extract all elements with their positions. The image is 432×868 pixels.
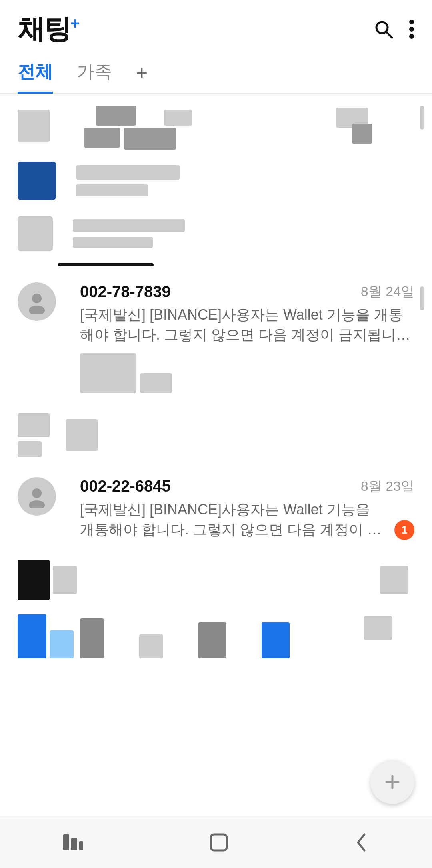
chat-content-spam-2: 002-22-6845 8월 23일 [국제발신] [BINANCE]사용자는 … — [80, 477, 414, 540]
chat-header-spam-2: 002-22-6845 8월 23일 — [80, 477, 414, 496]
tab-family[interactable]: 가족 — [77, 52, 112, 94]
unread-badge: 1 — [394, 520, 414, 540]
more-button[interactable] — [409, 18, 414, 40]
chat-row-redacted-3[interactable] — [0, 405, 432, 465]
svg-rect-11 — [79, 841, 83, 850]
bottom-nav — [0, 816, 432, 868]
nav-home-button[interactable] — [208, 831, 230, 854]
svg-point-6 — [29, 306, 45, 314]
svg-point-4 — [409, 34, 414, 39]
chat-row-redacted-4[interactable] — [0, 552, 432, 608]
header-icons — [373, 18, 414, 40]
chat-image-spam-1 — [80, 353, 414, 393]
redacted-left — [18, 413, 50, 457]
svg-rect-10 — [71, 838, 77, 850]
search-button[interactable] — [373, 18, 394, 40]
scroll-divider — [58, 263, 154, 266]
redacted-avatar-2 — [18, 216, 53, 251]
svg-rect-12 — [211, 834, 227, 850]
chat-row-redacted-2[interactable] — [0, 208, 432, 259]
redacted-right — [66, 419, 98, 451]
redacted-black-group — [18, 560, 77, 600]
fab-button[interactable] — [370, 760, 414, 804]
scroll-indicator-2[interactable] — [420, 286, 424, 310]
avatar-spam-1 — [18, 282, 56, 321]
blue-row-content — [68, 165, 414, 196]
svg-point-2 — [409, 20, 414, 24]
nav-recent-button[interactable] — [61, 832, 85, 852]
chat-preview-spam-1: [국제발신] [BINANCE]사용자는 Wallet 기능을 개통해야 합니다… — [80, 305, 414, 345]
tab-all[interactable]: 전체 — [18, 52, 53, 94]
redacted-content-2 — [73, 219, 185, 248]
redacted-avatar-1 — [18, 110, 50, 142]
colorful-blocks — [18, 614, 290, 658]
svg-point-8 — [29, 500, 45, 508]
app-header: 채팅+ — [0, 0, 432, 52]
tab-add[interactable]: + — [136, 61, 148, 84]
tab-bar: 전체 가족 + — [0, 52, 432, 94]
chat-name-spam-1: 002-78-7839 — [80, 283, 171, 301]
chat-row-redacted-1[interactable] — [0, 98, 432, 154]
chat-row-spam-2[interactable]: 002-22-6845 8월 23일 [국제발신] [BINANCE]사용자는 … — [0, 465, 432, 552]
avatar-spam-2 — [18, 477, 56, 516]
chat-preview-spam-2: [국제발신] [BINANCE]사용자는 Wallet 기능을 개통해야 합니다… — [80, 500, 388, 540]
chat-row-blue[interactable] — [0, 154, 432, 208]
chat-row-spam-1[interactable]: 002-78-7839 8월 24일 [국제발신] [BINANCE]사용자는 … — [0, 270, 432, 405]
nav-back-button[interactable] — [352, 831, 371, 854]
chat-content-spam-1: 002-78-7839 8월 24일 [국제발신] [BINANCE]사용자는 … — [80, 282, 414, 393]
chat-list: 002-78-7839 8월 24일 [국제발신] [BINANCE]사용자는 … — [0, 98, 432, 665]
chat-row-redacted-5[interactable] — [0, 608, 432, 665]
svg-point-3 — [409, 27, 414, 32]
redacted-corner — [364, 616, 392, 640]
svg-line-1 — [386, 32, 392, 38]
preview-badge-row: [국제발신] [BINANCE]사용자는 Wallet 기능을 개통해야 합니다… — [80, 500, 414, 540]
svg-rect-9 — [63, 834, 69, 850]
app-title: 채팅+ — [18, 11, 79, 48]
chat-header-spam-1: 002-78-7839 8월 24일 — [80, 282, 414, 301]
chat-name-spam-2: 002-22-6845 — [80, 477, 171, 495]
scroll-indicator[interactable] — [420, 106, 424, 130]
svg-point-5 — [32, 294, 42, 303]
redacted-blocks-2 — [336, 108, 372, 144]
svg-point-7 — [32, 488, 42, 498]
chat-time-spam-2: 8월 23일 — [361, 477, 414, 496]
chat-time-spam-1: 8월 24일 — [361, 282, 414, 301]
redacted-right-small — [380, 566, 408, 594]
avatar-blue — [18, 162, 56, 200]
